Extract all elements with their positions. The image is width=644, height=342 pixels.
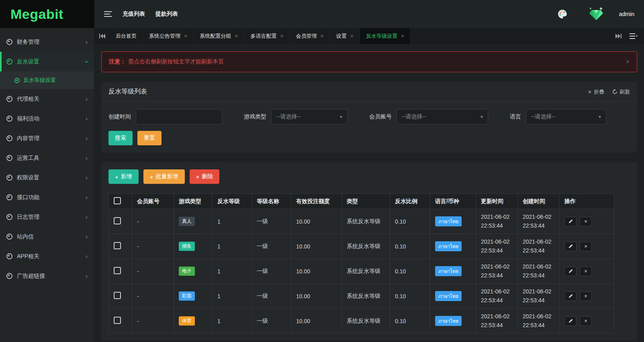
gem-icon[interactable] <box>588 7 605 21</box>
game-type-select[interactable]: --请选择-- ▾ <box>271 109 348 124</box>
tab-scroll-right-icon[interactable] <box>615 34 622 39</box>
tab-item[interactable]: 会员管理× <box>290 28 330 44</box>
chevron-down-icon: ▾ <box>599 114 601 120</box>
language-badge: ภาษาไทย <box>435 316 462 326</box>
tab-item[interactable]: 设置× <box>330 28 360 44</box>
close-icon[interactable]: × <box>184 33 187 39</box>
edit-row-button[interactable] <box>564 242 577 251</box>
row-checkbox[interactable] <box>114 242 121 249</box>
bet-amount-cell: 10.00 <box>291 259 342 284</box>
sidebar-item[interactable]: 站内信› <box>0 227 94 246</box>
sidebar-item[interactable]: APP相关› <box>0 246 94 266</box>
game-type-cell: 体育 <box>174 309 213 334</box>
refresh-button[interactable]: 刷新 <box>612 88 630 96</box>
row-checkbox-cell <box>109 309 132 334</box>
search-button[interactable]: 搜索 <box>108 131 133 145</box>
delete-row-button[interactable]: × <box>580 217 592 226</box>
column-header: 游戏类型 <box>174 194 213 209</box>
topnav-item[interactable]: 充值列表 <box>123 10 145 18</box>
close-icon[interactable]: × <box>280 33 283 39</box>
sidebar-subitem[interactable]: 反水等级设置 <box>0 71 94 89</box>
type-cell: 系统反水等级 <box>342 309 390 334</box>
chevron-right-icon: › <box>86 194 88 201</box>
sidebar-item[interactable]: 权限设置› <box>0 168 94 187</box>
language-cell: ภาษาไทย <box>430 259 476 284</box>
member-account-label: 会员账号 <box>369 113 392 120</box>
tab-menu-icon[interactable] <box>630 33 638 39</box>
add-button[interactable]: + 新增 <box>108 169 139 184</box>
collapse-button[interactable]: » 折叠 <box>589 88 604 96</box>
edit-row-button[interactable] <box>564 291 577 301</box>
language-cell: ภาษาไทย <box>430 209 476 234</box>
row-checkbox[interactable] <box>114 317 121 324</box>
sidebar-item-label: 广告超链接 <box>17 273 45 280</box>
user-menu[interactable]: admin <box>619 11 634 17</box>
page: 注意： 需点击右侧刷新按钮文字才能刷新本页 × 反水等级列表 » 折叠 <box>94 44 644 342</box>
language-badge: ภาษาไทย <box>435 241 462 251</box>
hamburger-icon[interactable] <box>104 11 112 17</box>
alert-close-icon[interactable]: × <box>626 58 630 65</box>
sidebar-item[interactable]: 财务管理› <box>0 32 94 52</box>
sidebar-item[interactable]: 反水设置› <box>0 52 94 71</box>
theme-palette-icon[interactable] <box>557 9 568 19</box>
tab-item[interactable]: 多语言配置× <box>244 28 290 44</box>
menu-icon <box>6 175 12 181</box>
topnav-item[interactable]: 提款列表 <box>155 10 178 18</box>
close-icon[interactable]: × <box>235 33 238 39</box>
delete-button[interactable]: × 删除 <box>190 169 220 184</box>
menu-icon <box>6 96 12 102</box>
sidebar-item[interactable]: 运营工具› <box>0 148 94 168</box>
account-cell: - <box>132 309 174 334</box>
reset-button[interactable]: 重置 <box>137 131 162 145</box>
sidebar-item[interactable]: 广告超链接› <box>0 266 94 286</box>
menu-icon <box>14 78 20 83</box>
select-all-checkbox[interactable] <box>114 197 121 204</box>
chevron-right-icon: › <box>86 155 88 162</box>
created-time-cell: 2021-06-02 22:53:44 <box>518 309 560 334</box>
table-toolbar: + 新增 + 批量新增 × 删除 <box>108 169 630 184</box>
row-checkbox[interactable] <box>114 217 121 224</box>
level-name-cell: 一级 <box>252 259 291 284</box>
tab-scroll-left-icon[interactable] <box>94 28 110 44</box>
menu-icon <box>6 135 12 141</box>
close-icon[interactable]: × <box>401 33 404 39</box>
sidebar-item[interactable]: 内容管理› <box>0 128 94 148</box>
close-icon[interactable]: × <box>321 33 324 39</box>
tab-item[interactable]: 系统配置分组× <box>194 28 244 44</box>
delete-row-button[interactable]: × <box>580 242 592 251</box>
member-account-group: 会员账号 --请选择-- ▾ <box>369 109 488 124</box>
tab-item[interactable]: 反水等级设置× <box>360 28 411 44</box>
chevron-right-icon: › <box>86 214 88 221</box>
batch-add-button[interactable]: + 批量新增 <box>143 169 185 184</box>
table-header-row: 会员账号游戏类型反水等级等级名称有效投注额度类型反水比例语言/币种更新时间创建时… <box>109 194 614 209</box>
member-account-select[interactable]: --请选择-- ▾ <box>397 109 488 124</box>
table-row: -真人1一级10.00系统反水等级0.10ภาษาไทย2021-06-02 2… <box>109 209 614 234</box>
created-time-cell: 2021-06-02 22:53:44 <box>518 284 560 309</box>
tab-item[interactable]: 系统公告管理× <box>143 28 194 44</box>
delete-row-button[interactable]: × <box>580 267 592 276</box>
sidebar-item-label: 福利活动 <box>17 115 39 122</box>
language-select[interactable]: --请选择-- ▾ <box>526 109 606 124</box>
delete-row-button[interactable]: × <box>580 316 592 326</box>
tab-item[interactable]: 后台首页 <box>110 28 143 44</box>
edit-row-button[interactable] <box>564 316 577 326</box>
delete-row-button[interactable]: × <box>580 291 592 301</box>
sidebar-item[interactable]: 代理相关› <box>0 89 94 109</box>
row-checkbox[interactable] <box>114 267 121 274</box>
row-checkbox[interactable] <box>114 292 121 299</box>
sidebar-item[interactable]: 接口功能› <box>0 187 94 207</box>
edit-row-button[interactable] <box>564 267 577 276</box>
type-cell: 系统反水等级 <box>342 209 390 234</box>
rebate-level-cell: 1 <box>213 209 252 234</box>
chevron-right-icon: › <box>86 96 88 103</box>
created-time-input[interactable] <box>136 109 222 124</box>
table-body: -真人1一级10.00系统反水等级0.10ภาษาไทย2021-06-02 2… <box>109 209 614 334</box>
operation-cell: × <box>560 234 614 259</box>
sidebar-item[interactable]: 福利活动› <box>0 109 94 128</box>
menu-icon <box>6 273 12 279</box>
tab-label: 系统配置分组 <box>200 33 231 40</box>
close-icon[interactable]: × <box>350 33 354 39</box>
edit-row-button[interactable] <box>564 217 577 226</box>
panel-header: 反水等级列表 » 折叠 刷新 <box>101 82 637 102</box>
sidebar-item[interactable]: 日志管理› <box>0 207 94 227</box>
